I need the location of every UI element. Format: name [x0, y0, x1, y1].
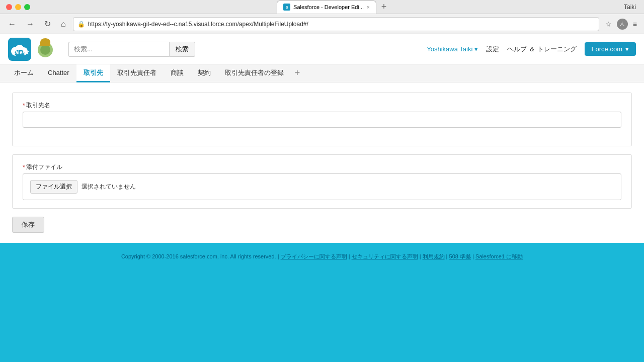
file-name-display: 選択されていません	[82, 183, 136, 191]
account-name-label: * 取引先名	[23, 101, 621, 110]
help-link[interactable]: ヘルプ ＆ トレーニング	[507, 45, 576, 54]
nav-tab-contacts[interactable]: 取引先責任者	[110, 64, 164, 82]
os-user-label: Taiki	[624, 4, 636, 11]
url-text: https://ty-yoshikawa-git-dev-ed--c.na15.…	[88, 21, 595, 28]
refresh-button[interactable]: ↻	[41, 17, 54, 31]
user-menu-button[interactable]: Yoshikawa Taiki ▾	[427, 45, 478, 53]
attachment-section: * 添付ファイル ファイル選択 選択されていません	[23, 163, 621, 200]
file-upload-box: ファイル選択 選択されていません	[23, 173, 621, 200]
forcecom-arrow-icon: ▾	[625, 45, 629, 53]
browser-tab-active[interactable]: S Salesforce - Developer Edi... ×	[277, 1, 376, 14]
home-button[interactable]: ⌂	[58, 18, 69, 31]
tab-title: Salesforce - Developer Edi...	[293, 4, 364, 10]
close-btn[interactable]	[6, 4, 12, 10]
browser-toolbar: ← → ↻ ⌂ 🔒 https://ty-yoshikawa-git-dev-e…	[0, 14, 644, 34]
nav-tab-home[interactable]: ホーム	[7, 64, 41, 82]
footer-link-508[interactable]: 508 準拠	[449, 253, 471, 259]
nav-tab-chatter[interactable]: Chatter	[41, 64, 76, 82]
account-name-section: * 取引先名	[23, 101, 621, 128]
settings-link[interactable]: 設定	[486, 45, 499, 54]
sf-header-right: Yoshikawa Taiki ▾ 設定 ヘルプ ＆ トレーニング Force.…	[427, 42, 636, 56]
user-name: Yoshikawa Taiki	[427, 45, 472, 53]
tab-favicon: S	[283, 4, 290, 11]
sf-search[interactable]: 検索	[68, 42, 195, 57]
salesforce-mascot	[34, 38, 56, 60]
user-dropdown-icon: ▾	[474, 45, 478, 53]
browser-user-avatar: 人	[617, 19, 628, 30]
attachment-label: * 添付ファイル	[23, 163, 621, 171]
attachment-required: *	[23, 164, 25, 171]
sf-navigation: ホーム Chatter 取引先 取引先責任者 商談 契約 取引先責任者の登録 +	[0, 64, 644, 82]
sf-footer-wrapper: Copyright © 2000-2016 salesforce.com, in…	[0, 243, 644, 270]
browser-actions: ☆ 人 ≡	[603, 19, 639, 30]
search-input[interactable]	[68, 42, 169, 57]
forcecom-button[interactable]: Force.com ▾	[585, 42, 636, 56]
svg-text:salesforce: salesforce	[13, 50, 29, 55]
nav-tab-contracts[interactable]: 契約	[191, 64, 218, 82]
menu-btn[interactable]: ≡	[631, 19, 639, 29]
footer-link-salesforce1[interactable]: Salesforce1 に移動	[475, 253, 523, 259]
browser-tab-new[interactable]: +	[376, 1, 391, 14]
salesforce-logo-icon: salesforce	[8, 38, 31, 61]
lock-icon: 🔒	[77, 21, 85, 28]
maximize-btn[interactable]	[24, 4, 30, 10]
os-titlebar: S Salesforce - Developer Edi... × + Taik…	[0, 0, 644, 14]
sf-header: salesforce 検索 Yoshikawa Taiki ▾ 設定 ヘルプ ＆…	[0, 34, 644, 64]
tab-close-btn[interactable]: ×	[367, 5, 370, 10]
nav-tab-opportunities[interactable]: 商談	[164, 64, 191, 82]
account-name-panel: * 取引先名	[12, 93, 632, 146]
footer-link-privacy[interactable]: プライバシーに関する声明	[281, 253, 347, 259]
sf-footer: Copyright © 2000-2016 salesforce.com, in…	[0, 253, 644, 260]
salesforce-app: salesforce 検索 Yoshikawa Taiki ▾ 設定 ヘルプ ＆…	[0, 34, 644, 243]
minimize-btn[interactable]	[15, 4, 21, 10]
sf-logo: salesforce	[8, 38, 56, 61]
address-bar[interactable]: 🔒 https://ty-yoshikawa-git-dev-ed--c.na1…	[73, 17, 599, 31]
search-button[interactable]: 検索	[169, 42, 195, 57]
forcecom-label: Force.com	[592, 45, 622, 53]
new-tab-btn[interactable]: +	[381, 2, 387, 12]
attachment-label-text: 添付ファイル	[26, 163, 62, 171]
bookmark-btn[interactable]: ☆	[603, 19, 614, 29]
account-name-required: *	[23, 102, 25, 109]
back-button[interactable]: ←	[5, 18, 19, 31]
nav-tab-accounts[interactable]: 取引先	[76, 64, 110, 82]
save-button[interactable]: 保存	[12, 217, 44, 233]
copyright-text: Copyright © 2000-2016 salesforce.com, in…	[121, 253, 276, 259]
add-tab-button[interactable]: +	[291, 64, 304, 82]
footer-link-security[interactable]: セキュリティに関する声明	[352, 253, 418, 259]
os-window-controls[interactable]	[6, 4, 30, 10]
account-name-input[interactable]	[23, 112, 621, 128]
file-choose-button[interactable]: ファイル選択	[30, 180, 77, 194]
sf-main-content: * 取引先名 * 添付ファイル ファイル選択 選択されていません 保存	[0, 82, 644, 243]
account-name-label-text: 取引先名	[26, 101, 50, 110]
footer-link-terms[interactable]: 利用規約	[423, 253, 445, 259]
forward-button[interactable]: →	[23, 18, 37, 31]
nav-tab-register-contact[interactable]: 取引先責任者の登録	[218, 64, 291, 82]
attachment-panel: * 添付ファイル ファイル選択 選択されていません	[12, 154, 632, 209]
